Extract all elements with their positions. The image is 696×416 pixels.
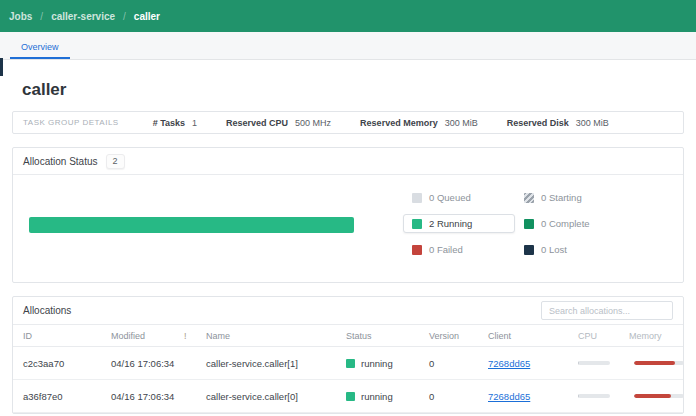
- nomad-job-page: Jobs / caller-service / caller Overview …: [0, 0, 696, 416]
- complete-swatch-icon: [524, 219, 534, 229]
- memory-usage-fill: [634, 394, 671, 398]
- allocation-status-text: running: [361, 391, 393, 402]
- cpu-usage-fill: [578, 361, 579, 365]
- legend-queued-label: 0 Queued: [429, 192, 471, 203]
- top-bar: Jobs / caller-service / caller: [0, 0, 696, 32]
- allocation-status-legend: 0 Queued 2 Running 0 Failed 0 Starting: [403, 188, 627, 259]
- cpu-usage-meter: [578, 361, 610, 365]
- memory-usage-fill: [634, 361, 675, 365]
- stat-reserved-memory-value: 300 MiB: [445, 118, 478, 128]
- legend-failed-label: 0 Failed: [429, 244, 463, 255]
- allocation-status: running: [346, 391, 429, 402]
- allocation-status: running: [346, 358, 429, 369]
- page-title: caller: [22, 80, 674, 100]
- allocation-client-link[interactable]: 7268dd65: [488, 358, 578, 369]
- column-modified[interactable]: Modified: [111, 331, 184, 341]
- breadcrumb-current-caller: caller: [134, 11, 160, 22]
- tab-overview[interactable]: Overview: [10, 36, 70, 59]
- allocation-name: caller-service.caller[1]: [206, 358, 346, 369]
- legend-item-queued[interactable]: 0 Queued: [403, 188, 515, 207]
- job-overview-content: caller TASK GROUP DETAILS # Tasks1 Reser…: [0, 80, 696, 414]
- stat-reserved-cpu-label: Reserved CPU: [226, 118, 288, 128]
- stat-reserved-cpu-value: 500 MHz: [295, 118, 331, 128]
- legend-lost-label: 0 Lost: [541, 244, 567, 255]
- allocation-id: c2c3aa70: [23, 358, 111, 369]
- allocation-status-text: running: [361, 358, 393, 369]
- task-group-details-strip: TASK GROUP DETAILS # Tasks1 Reserved CPU…: [12, 111, 684, 134]
- allocations-panel: Allocations ID Modified ! Name Status Ve…: [12, 296, 684, 414]
- allocations-header: Allocations: [13, 297, 683, 325]
- lost-swatch-icon: [524, 245, 534, 255]
- allocation-status-title: Allocation Status: [23, 156, 98, 167]
- stat-tasks: # Tasks1: [153, 118, 197, 128]
- stat-reserved-memory: Reserved Memory300 MiB: [360, 118, 478, 128]
- column-reschedule-icon[interactable]: !: [184, 331, 206, 341]
- task-group-details-label: TASK GROUP DETAILS: [23, 118, 119, 127]
- legend-item-running[interactable]: 2 Running: [403, 214, 515, 233]
- stat-reserved-disk: Reserved Disk300 MiB: [507, 118, 609, 128]
- legend-running-label: 2 Running: [429, 218, 472, 229]
- allocation-name: caller-service.caller[0]: [206, 391, 346, 402]
- column-cpu[interactable]: CPU: [578, 331, 629, 341]
- running-status-icon: [346, 359, 355, 368]
- memory-usage-meter: [634, 361, 684, 365]
- cpu-usage-meter: [578, 394, 610, 398]
- left-edge-mark: [0, 58, 3, 76]
- cpu-usage-fill: [578, 394, 579, 398]
- allocation-row[interactable]: c2c3aa70 04/16 17:06:34 caller-service.c…: [13, 347, 683, 380]
- allocation-status-panel: Allocation Status 2 0 Queued 2 Running: [12, 147, 684, 283]
- allocation-status-header: Allocation Status 2: [13, 148, 683, 175]
- breadcrumb-jobs[interactable]: Jobs: [9, 11, 32, 22]
- breadcrumb: Jobs / caller-service / caller: [9, 11, 160, 22]
- stat-tasks-label: # Tasks: [153, 118, 185, 128]
- running-status-icon: [346, 392, 355, 401]
- breadcrumb-caller-service[interactable]: caller-service: [51, 11, 115, 22]
- stat-reserved-memory-label: Reserved Memory: [360, 118, 438, 128]
- allocation-row[interactable]: a36f87e0 04/16 17:06:34 caller-service.c…: [13, 380, 683, 413]
- legend-item-failed[interactable]: 0 Failed: [403, 240, 515, 259]
- column-name[interactable]: Name: [206, 331, 346, 341]
- memory-usage-meter: [634, 394, 684, 398]
- allocation-count-badge: 2: [106, 154, 125, 169]
- column-client[interactable]: Client: [488, 331, 578, 341]
- allocation-version: 0: [429, 358, 488, 369]
- allocation-client-link[interactable]: 7268dd65: [488, 391, 578, 402]
- tab-bar: Overview: [0, 32, 696, 60]
- allocations-title: Allocations: [23, 305, 71, 316]
- column-status[interactable]: Status: [346, 331, 429, 341]
- column-id[interactable]: ID: [23, 331, 111, 341]
- column-memory[interactable]: Memory: [629, 331, 683, 341]
- allocations-table-header: ID Modified ! Name Status Version Client…: [13, 325, 683, 347]
- allocation-modified: 04/16 17:06:34: [111, 391, 184, 402]
- legend-item-lost[interactable]: 0 Lost: [515, 240, 627, 259]
- allocation-modified: 04/16 17:06:34: [111, 358, 184, 369]
- allocation-status-running-bar: [29, 217, 354, 233]
- allocation-id: a36f87e0: [23, 391, 111, 402]
- legend-item-starting[interactable]: 0 Starting: [515, 188, 627, 207]
- stat-reserved-cpu: Reserved CPU500 MHz: [226, 118, 331, 128]
- stat-reserved-disk-label: Reserved Disk: [507, 118, 569, 128]
- breadcrumb-separator: /: [123, 11, 126, 22]
- allocation-status-chart: 0 Queued 2 Running 0 Failed 0 Starting: [13, 175, 683, 282]
- legend-complete-label: 0 Complete: [541, 218, 590, 229]
- running-swatch-icon: [412, 219, 422, 229]
- stat-reserved-disk-value: 300 MiB: [576, 118, 609, 128]
- queued-swatch-icon: [412, 193, 422, 203]
- starting-swatch-icon: [524, 193, 534, 203]
- legend-item-complete[interactable]: 0 Complete: [515, 214, 627, 233]
- search-allocations-input[interactable]: [541, 301, 673, 320]
- breadcrumb-separator: /: [40, 11, 43, 22]
- legend-starting-label: 0 Starting: [541, 192, 582, 203]
- stat-tasks-value: 1: [192, 118, 197, 128]
- failed-swatch-icon: [412, 245, 422, 255]
- allocation-version: 0: [429, 391, 488, 402]
- column-version[interactable]: Version: [429, 331, 488, 341]
